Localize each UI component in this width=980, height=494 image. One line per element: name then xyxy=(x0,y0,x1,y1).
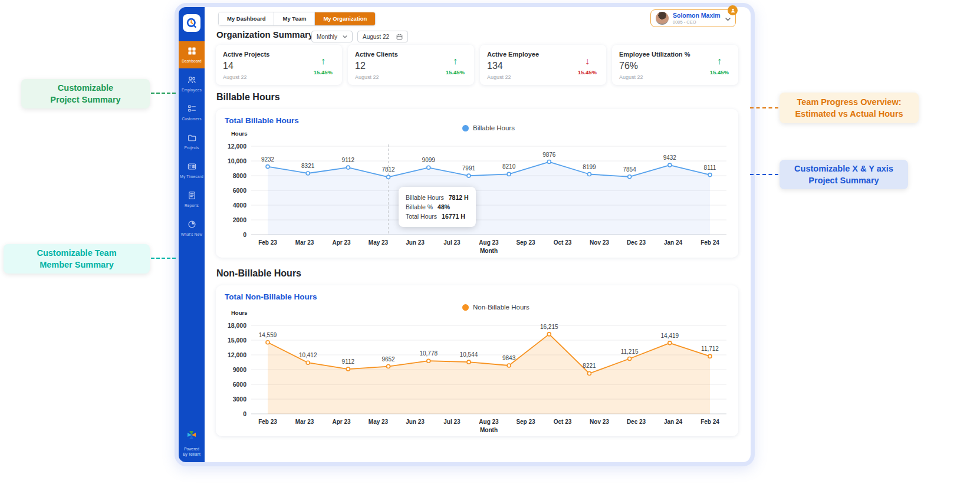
main-content: My DashboardMy TeamMy Organization Solom… xyxy=(205,7,751,462)
tab-my-dashboard[interactable]: My Dashboard xyxy=(219,12,274,25)
sidebar-item-employees[interactable]: Employees xyxy=(179,70,205,97)
svg-text:16,215: 16,215 xyxy=(540,324,558,330)
svg-text:Sep 23: Sep 23 xyxy=(516,419,535,425)
sidebar-item-label: Reports xyxy=(185,203,199,208)
sidebar-item-dashboard[interactable]: Dashboard xyxy=(179,41,205,68)
dashboard-tabs: My DashboardMy TeamMy Organization xyxy=(218,12,376,26)
tooltip-label: Billable Hours xyxy=(406,194,444,201)
profile-name: Solomon Maxim xyxy=(673,12,721,19)
person-icon xyxy=(730,8,736,14)
svg-text:Oct 23: Oct 23 xyxy=(554,419,572,425)
profile-meta: 0005 - CEO xyxy=(673,19,721,25)
stat-card: Active Employee134August 22↓15.45% xyxy=(480,45,606,85)
svg-text:Feb 24: Feb 24 xyxy=(701,419,719,425)
svg-text:Feb 23: Feb 23 xyxy=(258,239,277,246)
sidebar-item-label: My Timecard xyxy=(180,174,203,179)
sidebar-footer: Powered By Telliant xyxy=(179,424,205,457)
svg-text:10,778: 10,778 xyxy=(419,350,438,357)
svg-text:9652: 9652 xyxy=(382,356,395,363)
chart-legend: Non-Billable Hours xyxy=(462,304,530,311)
sidebar-item-label: Customers xyxy=(182,117,201,121)
sidebar-item-customers[interactable]: Customers xyxy=(179,99,205,126)
billable-chart-card: Total Billable Hours Billable Hours Hour… xyxy=(216,109,738,258)
trend-up-icon: ↑ xyxy=(314,57,333,66)
svg-text:Month: Month xyxy=(480,427,498,433)
trend-delta: 15.45% xyxy=(314,69,333,75)
svg-text:6000: 6000 xyxy=(233,381,247,388)
svg-text:9232: 9232 xyxy=(261,156,275,163)
tooltip-label: Billable % xyxy=(406,203,433,210)
svg-text:7854: 7854 xyxy=(623,166,637,173)
svg-text:Aug 23: Aug 23 xyxy=(479,239,499,246)
svg-text:0: 0 xyxy=(243,231,246,238)
date-picker-value: August 22 xyxy=(363,34,389,40)
stat-card-date: August 22 xyxy=(487,74,511,80)
svg-text:6000: 6000 xyxy=(233,187,247,194)
trend-up-icon: ↑ xyxy=(446,57,465,66)
svg-text:Jun 23: Jun 23 xyxy=(406,419,425,425)
svg-text:9000: 9000 xyxy=(233,366,247,373)
sidebar-item-my-timecard[interactable]: My Timecard xyxy=(179,157,205,184)
stat-card-date: August 22 xyxy=(355,74,379,80)
whats-new-icon xyxy=(188,220,196,231)
svg-text:11,215: 11,215 xyxy=(621,348,639,355)
brand-logo-icon xyxy=(183,14,200,32)
nonbillable-chart-card: Total Non-Billable Hours Non-Billable Ho… xyxy=(216,285,738,436)
sidebar-item-what-s-new[interactable]: What's New xyxy=(179,215,205,242)
page-title: Organization Summary xyxy=(216,29,313,39)
legend-dot-icon xyxy=(462,125,469,131)
svg-text:0: 0 xyxy=(243,410,246,417)
sidebar-item-label: What's New xyxy=(181,232,202,236)
billable-hours-chart[interactable]: 12,00010,00080006000400020000Feb 23Mar 2… xyxy=(218,139,736,258)
annotation-connector xyxy=(151,258,176,259)
svg-text:Jan 24: Jan 24 xyxy=(664,419,683,425)
chart-legend: Billable Hours xyxy=(462,124,515,131)
dashboard-icon xyxy=(188,47,196,58)
stat-card-value: 12 xyxy=(355,61,366,71)
chart-title: Total Billable Hours xyxy=(225,116,299,125)
period-select[interactable]: Monthly xyxy=(311,31,353,42)
svg-text:Nov 23: Nov 23 xyxy=(590,239,609,246)
nonbillable-hours-chart[interactable]: 18,00015,00012,0009000600030000Feb 23Mar… xyxy=(218,318,736,436)
app-window: DashboardEmployeesCustomersProjectsMy Ti… xyxy=(175,3,755,466)
svg-text:7812: 7812 xyxy=(382,166,395,173)
legend-label: Billable Hours xyxy=(473,124,515,131)
svg-text:Apr 23: Apr 23 xyxy=(332,239,351,246)
svg-text:Sep 23: Sep 23 xyxy=(516,239,535,246)
sidebar-item-projects[interactable]: Projects xyxy=(179,128,205,155)
svg-text:Jul 23: Jul 23 xyxy=(443,239,461,246)
svg-text:4000: 4000 xyxy=(233,202,247,209)
tooltip-value: 16771 H xyxy=(442,213,465,220)
sidebar: DashboardEmployeesCustomersProjectsMy Ti… xyxy=(179,7,205,462)
date-picker[interactable]: August 22 xyxy=(357,31,408,42)
tab-my-team[interactable]: My Team xyxy=(274,12,315,25)
svg-text:9843: 9843 xyxy=(502,355,516,361)
svg-text:2000: 2000 xyxy=(233,216,247,223)
projects-icon xyxy=(188,133,196,144)
svg-text:10,544: 10,544 xyxy=(460,351,478,358)
stat-card-value: 76% xyxy=(619,61,638,71)
sidebar-item-label: Projects xyxy=(184,146,199,150)
sidebar-item-label: Employees xyxy=(182,88,202,92)
svg-text:9432: 9432 xyxy=(663,154,677,161)
sidebar-item-reports[interactable]: Reports xyxy=(179,186,205,213)
svg-text:18,000: 18,000 xyxy=(228,322,246,329)
svg-text:8221: 8221 xyxy=(583,363,596,369)
svg-text:8000: 8000 xyxy=(233,172,247,179)
svg-text:May 23: May 23 xyxy=(369,239,389,246)
svg-text:15,000: 15,000 xyxy=(228,337,246,344)
svg-text:Feb 23: Feb 23 xyxy=(258,419,277,425)
legend-label: Non-Billable Hours xyxy=(473,304,530,311)
profile-chip[interactable]: Solomon Maxim 0005 - CEO xyxy=(650,9,736,27)
svg-text:Month: Month xyxy=(480,248,498,254)
profile-badge[interactable] xyxy=(728,5,738,15)
svg-text:Jul 23: Jul 23 xyxy=(443,419,461,425)
tab-my-organization[interactable]: My Organization xyxy=(315,12,375,25)
annotation-xy-axis: Customizable X & Y axis Project Summary xyxy=(780,160,908,189)
stat-card-value: 14 xyxy=(223,61,234,71)
powered-by-label: Powered By Telliant xyxy=(183,447,200,456)
svg-text:11,712: 11,712 xyxy=(701,345,719,352)
stat-card-value: 134 xyxy=(487,61,503,71)
legend-dot-icon xyxy=(462,304,469,311)
svg-text:Oct 23: Oct 23 xyxy=(554,239,572,246)
